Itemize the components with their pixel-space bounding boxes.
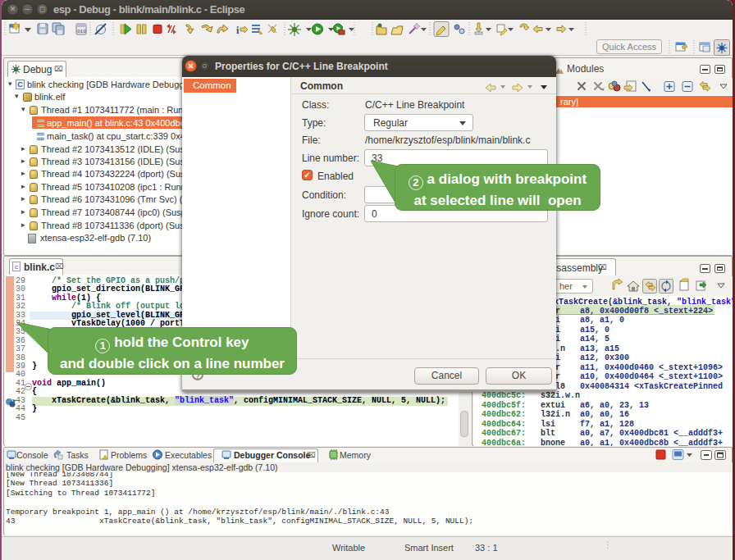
svg-text:010: 010 xyxy=(77,29,86,34)
svg-text:i: i xyxy=(236,25,240,36)
